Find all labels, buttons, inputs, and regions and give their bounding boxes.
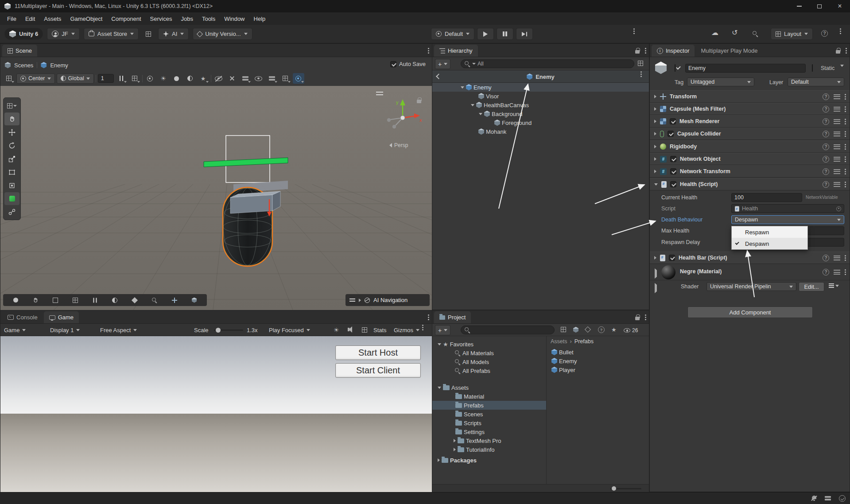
favorites-all-materials[interactable]: All Materials (432, 349, 546, 357)
hierarchy-item-mohank[interactable]: Mohank (432, 127, 649, 136)
zoom-button[interactable] (149, 295, 160, 306)
foldout-icon[interactable] (461, 86, 464, 89)
preset-icon[interactable] (834, 119, 840, 124)
foldout-icon[interactable] (454, 448, 456, 451)
axes-button[interactable] (169, 295, 180, 306)
projection-label[interactable]: Persp (389, 142, 408, 148)
display-dropdown[interactable]: Display 1 (50, 327, 80, 333)
cutting-toggle[interactable] (226, 73, 238, 84)
more-icon[interactable] (845, 184, 846, 185)
bounds-button[interactable] (189, 295, 200, 306)
cluster-button[interactable] (129, 295, 140, 306)
snap-button[interactable] (89, 295, 101, 306)
help-icon[interactable] (823, 255, 829, 261)
tab-console[interactable]: Console (2, 311, 43, 323)
slider-knob[interactable] (612, 486, 616, 491)
vsync-toggle[interactable] (334, 326, 339, 333)
help-icon[interactable] (823, 93, 829, 100)
lock-icon[interactable] (635, 314, 640, 320)
game-menu-icon[interactable] (428, 317, 429, 318)
menu-tools[interactable]: Tools (198, 16, 220, 22)
lock-icon[interactable] (836, 48, 840, 54)
menu-component[interactable]: Component (107, 16, 145, 22)
ai-navigation-overlay[interactable]: AI Navigation (345, 294, 430, 306)
enabled-checkbox[interactable] (668, 131, 674, 137)
snap-increment-field[interactable]: 1 (98, 74, 114, 83)
preset-icon[interactable] (834, 131, 840, 137)
static-checkbox[interactable] (812, 65, 813, 71)
foldout-icon[interactable] (654, 120, 656, 123)
hierarchy-item-background[interactable]: Background (432, 109, 649, 118)
more-icon[interactable] (845, 133, 846, 135)
expand-icon[interactable] (359, 299, 361, 302)
help-icon[interactable] (823, 118, 829, 125)
foldout-icon[interactable] (654, 183, 658, 186)
maximize-button[interactable] (809, 0, 830, 12)
favorite-filter-button[interactable] (611, 326, 617, 333)
step-button[interactable] (516, 28, 533, 40)
minimize-button[interactable] (789, 0, 809, 12)
preset-icon[interactable] (834, 94, 840, 100)
more-icon[interactable] (845, 159, 846, 160)
preset-icon[interactable] (834, 169, 840, 174)
help-button[interactable] (821, 30, 828, 37)
favorites-root[interactable]: Favorites (432, 340, 546, 349)
more-icon[interactable] (845, 271, 846, 273)
probe-button[interactable] (10, 295, 21, 306)
drag-handle-icon[interactable] (349, 299, 355, 302)
tab-hierarchy[interactable]: Hierarchy (434, 45, 478, 57)
thumbnail-size-slider[interactable] (610, 488, 641, 489)
gizmos-dropdown[interactable]: Gizmos (394, 327, 419, 333)
menu-gameobject[interactable]: GameObject (66, 16, 107, 22)
tag-dropdown[interactable]: Untagged (687, 78, 754, 86)
more-icon[interactable] (845, 257, 846, 259)
undo-history-button[interactable] (732, 28, 737, 37)
custom-tool-health[interactable] (4, 192, 19, 205)
more-icon[interactable] (845, 121, 846, 122)
help-icon[interactable] (823, 269, 829, 275)
foldout-icon[interactable] (654, 95, 656, 98)
scale-tool[interactable] (4, 152, 19, 165)
play-button[interactable] (477, 28, 494, 40)
help-icon[interactable] (823, 131, 829, 137)
pivot-mode-dropdown[interactable]: Center (16, 74, 55, 84)
static-dropdown[interactable] (840, 67, 844, 74)
toolbar-more[interactable] (840, 31, 841, 32)
tab-multiplayer-play-mode[interactable]: Multiplayer Play Mode (695, 45, 763, 57)
effects-dropdown[interactable] (198, 73, 209, 84)
add-component-button[interactable]: Add Component (687, 306, 813, 318)
hierarchy-search-input[interactable]: All (461, 59, 634, 68)
active-checkbox[interactable] (675, 65, 675, 71)
tab-inspector[interactable]: Inspector (652, 45, 695, 57)
asset-store-dropdown[interactable]: Asset Store (84, 28, 139, 40)
material-header[interactable]: Negre (Material) (650, 264, 850, 280)
play-mode-config-dropdown[interactable]: Default (431, 28, 474, 40)
metrics-toggle[interactable] (362, 327, 367, 333)
help-icon[interactable] (823, 181, 829, 188)
start-host-button[interactable]: Start Host (335, 345, 421, 360)
camera-settings-button[interactable] (144, 73, 156, 84)
move-tool[interactable] (4, 126, 19, 139)
overlay-dropdown[interactable] (266, 73, 278, 84)
play-focused-dropdown[interactable]: Play Focused (269, 327, 310, 333)
script-object-field[interactable]: Health (731, 204, 844, 213)
more-icon[interactable] (845, 96, 846, 97)
preset-icon[interactable] (834, 106, 840, 112)
notifications-muted-icon[interactable] (811, 496, 817, 501)
slider-knob[interactable] (216, 328, 221, 333)
cloud-button[interactable] (711, 28, 718, 37)
start-client-button[interactable]: Start Client (335, 363, 421, 378)
menu-assets[interactable]: Assets (39, 16, 66, 22)
enabled-checkbox[interactable] (669, 255, 675, 261)
folder-scenes[interactable]: Scenes (432, 410, 546, 419)
unity-hub-button[interactable]: Unity 6 (4, 28, 43, 40)
grid-visual-button[interactable] (129, 73, 140, 84)
folder-material[interactable]: Material (432, 392, 546, 401)
folder-settings[interactable]: Settings (432, 427, 546, 436)
favorites-all-models[interactable]: All Models (432, 357, 546, 366)
more-icon[interactable] (845, 146, 846, 147)
breadcrumb-assets[interactable]: Assets (551, 338, 567, 345)
scene-menu-icon[interactable] (428, 50, 429, 51)
foldout-icon[interactable] (471, 104, 474, 106)
enabled-checkbox[interactable] (670, 181, 676, 187)
